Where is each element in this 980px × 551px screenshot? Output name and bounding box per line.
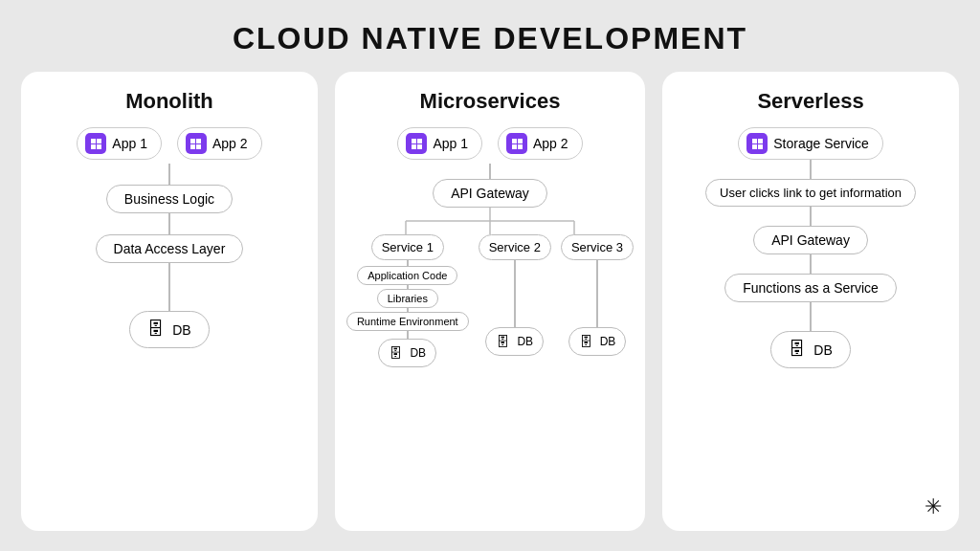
svg-rect-2 — [91, 144, 96, 149]
service2-db-icon: 🗄 — [496, 334, 509, 349]
micro-line-1 — [489, 164, 491, 179]
serverless-diagram: Storage Service User clicks link to get … — [674, 127, 947, 368]
storage-service-label: Storage Service — [773, 136, 869, 151]
s3-line — [596, 260, 598, 327]
service3-db: 🗄 DB — [568, 327, 627, 356]
faas-node: Functions as a Service — [724, 274, 897, 302]
micro-app2: App 2 — [498, 127, 583, 160]
storage-service-pill: Storage Service — [738, 127, 883, 160]
svg-rect-21 — [752, 139, 757, 143]
micro-gateway-node: API Gateway — [433, 179, 547, 208]
service1-libraries: Libraries — [377, 289, 438, 308]
svg-rect-7 — [196, 144, 201, 149]
svg-rect-24 — [758, 144, 763, 149]
user-action-node: User clicks link to get information — [705, 179, 916, 207]
svg-rect-11 — [417, 144, 422, 149]
service1-appcode: Application Code — [357, 266, 457, 285]
svg-rect-0 — [91, 139, 96, 143]
micro-app2-label: App 2 — [533, 136, 568, 151]
serverless-db-icon: 🗄 — [789, 340, 806, 360]
server-line-4 — [810, 302, 812, 331]
mono-line-1 — [168, 164, 170, 185]
monolith-db: 🗄 DB — [129, 311, 209, 348]
service3-db-icon: 🗄 — [579, 334, 592, 349]
svg-rect-10 — [412, 144, 416, 149]
service3-col: Service 3 🗄 DB — [561, 234, 634, 356]
service2-node: Service 2 — [479, 234, 551, 260]
svg-rect-3 — [97, 144, 101, 149]
monolith-db-label: DB — [172, 322, 190, 338]
service1-col: Service 1 Application Code Libraries Run… — [346, 234, 469, 367]
page-title: CLOUD NATIVE DEVELOPMENT — [233, 21, 747, 56]
service2-db: 🗄 DB — [485, 327, 544, 356]
svg-rect-5 — [196, 139, 201, 143]
microservices-diagram: App 1 App 2 API Gateway — [346, 127, 634, 367]
monolith-app1-label: App 1 — [112, 136, 147, 151]
svg-rect-8 — [412, 139, 416, 143]
service1-db: 🗄 DB — [378, 339, 436, 367]
svg-rect-6 — [190, 144, 195, 149]
svg-rect-13 — [518, 139, 523, 143]
monolith-app2: App 2 — [177, 127, 262, 160]
business-logic-node: Business Logic — [106, 185, 233, 213]
service1-runtime: Runtime Environment — [346, 312, 469, 331]
service1-db-icon: 🗄 — [389, 345, 402, 361]
micro-app-row: App 1 App 2 — [397, 127, 582, 160]
serverless-gateway-node: API Gateway — [753, 226, 868, 254]
monolith-column: Monolith App 1 App 2 Business Logic — [21, 72, 318, 531]
service1-db-label: DB — [410, 346, 426, 360]
mono-line-2 — [168, 213, 170, 234]
svg-rect-15 — [518, 144, 523, 149]
app2-icon — [186, 133, 207, 154]
asterisk-symbol: ✳ — [924, 495, 942, 519]
micro-branch-svg — [366, 208, 614, 234]
svg-rect-23 — [752, 144, 757, 149]
svg-rect-1 — [97, 139, 101, 143]
monolith-diagram: App 1 App 2 Business Logic Data Access L… — [33, 127, 306, 348]
serverless-db: 🗄 DB — [770, 331, 850, 368]
micro-app1-icon — [406, 133, 427, 154]
server-line-3 — [810, 254, 812, 274]
monolith-app1: App 1 — [77, 127, 162, 160]
serverless-title: Serverless — [757, 89, 863, 114]
mono-line-3 — [168, 263, 170, 311]
svg-rect-14 — [512, 144, 517, 149]
monolith-app-row: App 1 App 2 — [77, 127, 261, 160]
micro-app2-icon — [506, 133, 527, 154]
server-line-1 — [810, 160, 812, 179]
s1-line4 — [407, 331, 409, 339]
svg-rect-4 — [190, 139, 195, 143]
micro-app1: App 1 — [397, 127, 482, 160]
serverless-db-label: DB — [813, 342, 832, 358]
data-access-layer-node: Data Access Layer — [96, 234, 244, 263]
server-line-2 — [810, 207, 812, 226]
svg-rect-12 — [512, 139, 517, 143]
s2-line — [514, 260, 516, 327]
microservices-title: Microservices — [420, 89, 561, 114]
monolith-title: Monolith — [125, 89, 213, 114]
monolith-db-icon: 🗄 — [147, 320, 165, 340]
services-row: Service 1 Application Code Libraries Run… — [346, 234, 634, 367]
service3-node: Service 3 — [561, 234, 634, 260]
columns-wrapper: Monolith App 1 App 2 Business Logic — [21, 72, 959, 531]
service3-db-label: DB — [600, 335, 616, 348]
service2-col: Service 2 🗄 DB — [479, 234, 551, 356]
microservices-column: Microservices App 1 App 2 AP — [335, 72, 645, 531]
service1-node: Service 1 — [371, 234, 444, 260]
storage-service-icon — [746, 133, 768, 154]
micro-app1-label: App 1 — [433, 136, 468, 151]
svg-rect-22 — [758, 139, 763, 143]
monolith-app2-label: App 2 — [212, 136, 248, 151]
service2-db-label: DB — [517, 335, 533, 348]
serverless-column: Serverless Storage Service User clicks l… — [662, 72, 959, 531]
app1-icon — [85, 133, 106, 154]
svg-rect-9 — [417, 139, 422, 143]
